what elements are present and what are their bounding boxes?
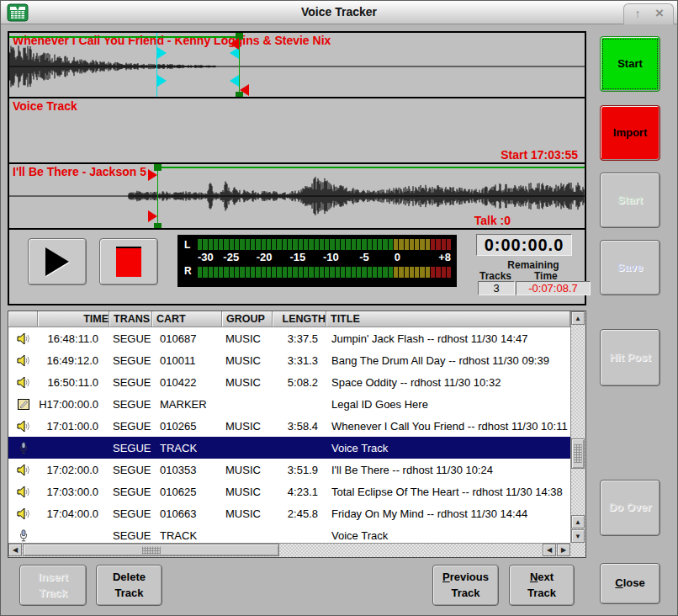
remaining-time-label: Time	[534, 270, 558, 282]
waveform-panel-outgoing-track[interactable]: Whenever I Call You Friend - Kenny Loggi…	[9, 33, 585, 98]
table-row[interactable]: H17:00:00.0SEGUEMARKERLegal ID Goes Here	[8, 393, 570, 415]
meter-segment	[378, 239, 382, 250]
next-track-button[interactable]: Next Track	[509, 565, 575, 606]
save-button[interactable]: Save	[600, 240, 660, 295]
voice-tracker-window: Voice Tracker ↑ × Whenever I Call You Fr…	[0, 0, 678, 616]
meter-segment	[224, 239, 228, 250]
cell-length: 3:58.4	[273, 420, 326, 433]
import-button[interactable]: Import	[600, 105, 660, 161]
fade-line	[157, 167, 585, 168]
start-recording-button[interactable]: Start	[600, 36, 660, 92]
cell-trans: SEGUE	[109, 529, 152, 542]
window-controls: ↑ ×	[623, 3, 674, 24]
meter-segment	[420, 239, 424, 250]
close-icon[interactable]: ×	[651, 7, 668, 22]
meter-segment	[325, 267, 329, 278]
meter-segment	[299, 239, 303, 250]
scroll-up-icon[interactable]: ▲	[571, 515, 585, 528]
meter-segment	[235, 239, 239, 250]
scroll-left-icon[interactable]: ◀	[543, 544, 556, 556]
stop-button[interactable]	[99, 238, 158, 285]
meter-segment	[431, 267, 435, 278]
vertical-scrollbar[interactable]: ▲ ▲ ▼	[570, 311, 585, 543]
cell-icon	[8, 529, 38, 542]
thumb-grip	[575, 444, 582, 463]
cell-title: Jumpin' Jack Flash -- rdhost 11/30 14:47	[326, 332, 570, 345]
hit-post-button[interactable]: Hit Post	[600, 329, 660, 386]
start-marker-handle[interactable]	[154, 223, 162, 230]
table-row[interactable]: 16:50:11.0SEGUE010422MUSIC5:08.2Space Od…	[8, 371, 570, 393]
table-row[interactable]: 17:01:00.0SEGUE010265MUSIC3:58.4Whenever…	[8, 415, 570, 437]
waveform-panel-voice-track[interactable]: Voice Track Start 17:03:55	[9, 98, 585, 164]
remaining-time-value: -0:07:08.7	[516, 281, 591, 295]
do-over-button[interactable]: Do Over	[600, 480, 660, 536]
meter-segment	[357, 267, 361, 278]
thumb-grip	[142, 546, 161, 554]
column-header-group[interactable]: GROUP	[222, 311, 273, 327]
meter-segment	[288, 267, 292, 278]
meter-segment	[224, 267, 228, 278]
end-marker-handle[interactable]	[240, 84, 249, 96]
meter-segment	[346, 267, 350, 278]
meter-segment	[341, 239, 345, 250]
start-point-handle[interactable]	[148, 210, 157, 222]
table-row[interactable]: 17:04:00.0SEGUE010663MUSIC2:45.8Friday O…	[8, 502, 570, 524]
horizontal-scrollbar[interactable]: ◀ ◀ ▶	[8, 543, 570, 557]
play-button[interactable]	[28, 238, 87, 285]
meter-segment	[373, 239, 377, 250]
cell-group: MUSIC	[222, 332, 273, 345]
speaker-icon	[17, 354, 30, 367]
start-point-handle[interactable]	[148, 169, 157, 181]
talk-marker-handle[interactable]	[157, 75, 167, 87]
scroll-right-icon[interactable]: ▶	[557, 544, 570, 556]
column-header-trans[interactable]: TRANS	[109, 311, 152, 327]
horizontal-scrollbar-thumb[interactable]	[23, 544, 279, 556]
insert-track-button[interactable]: InsertTrack	[19, 565, 87, 606]
meter-segment	[420, 267, 424, 278]
previous-track-button[interactable]: Previous Track	[432, 565, 499, 606]
cell-title: Legal ID Goes Here	[326, 398, 570, 411]
meter-segment	[293, 239, 297, 250]
column-header-length[interactable]: LENGTH	[273, 311, 326, 327]
end-marker-handle[interactable]	[230, 38, 239, 50]
table-row[interactable]: SEGUETRACKVoice Track	[8, 437, 570, 459]
table-row[interactable]: 16:48:11.0SEGUE010687MUSIC3:37.5Jumpin' …	[8, 327, 570, 349]
cell-title: Voice Track	[326, 529, 570, 542]
scroll-down-icon[interactable]: ▼	[571, 529, 585, 543]
table-row[interactable]: 16:49:12.0SEGUE010011MUSIC3:31.3Bang The…	[8, 349, 570, 371]
talk-end-marker-handle[interactable]	[230, 75, 239, 87]
meter-segment	[209, 239, 213, 250]
table-row[interactable]: 17:03:00.0SEGUE010625MUSIC4:23.1Total Ec…	[8, 481, 570, 502]
meter-segment	[315, 239, 319, 250]
shade-icon[interactable]: ↑	[629, 7, 646, 22]
talk-marker-handle[interactable]	[157, 47, 167, 59]
table-row[interactable]: SEGUETRACKVoice Track	[8, 524, 570, 543]
table-row[interactable]: 17:02:00.0SEGUE010353MUSIC3:51.9I'll Be …	[8, 459, 570, 481]
waveform-panel-incoming-track[interactable]: I'll Be There - Jackson 5 Talk :0	[9, 164, 585, 230]
meter-segment	[219, 267, 223, 278]
cell-cart: 010353	[152, 464, 222, 476]
cell-trans: SEGUE	[109, 332, 152, 345]
column-header-icon[interactable]	[8, 311, 38, 327]
meter-segment	[373, 267, 377, 278]
column-header-time[interactable]: TIME	[38, 311, 109, 327]
meter-segment	[410, 267, 414, 278]
cell-icon	[8, 464, 38, 476]
meter-segment	[320, 239, 324, 250]
tracker-workspace: Whenever I Call You Friend - Kenny Loggi…	[8, 31, 586, 305]
column-header-title[interactable]: TITLE	[326, 311, 570, 327]
meter-segment	[362, 267, 366, 278]
delete-track-button[interactable]: DeleteTrack	[96, 565, 162, 606]
meter-segment	[272, 239, 276, 250]
vertical-scrollbar-thumb[interactable]	[571, 438, 585, 469]
start-next-button[interactable]: Start	[600, 173, 660, 228]
cell-cart: 010011	[152, 354, 222, 367]
cell-time: 16:48:11.0	[38, 332, 109, 345]
meter-segment	[198, 267, 202, 278]
scroll-left-icon[interactable]: ◀	[8, 544, 22, 556]
cell-length: 4:23.1	[273, 486, 326, 498]
close-button[interactable]: Close	[600, 563, 660, 604]
column-header-cart[interactable]: CART	[152, 311, 222, 327]
meter-segment	[251, 267, 255, 278]
scroll-up-icon[interactable]: ▲	[571, 311, 585, 325]
